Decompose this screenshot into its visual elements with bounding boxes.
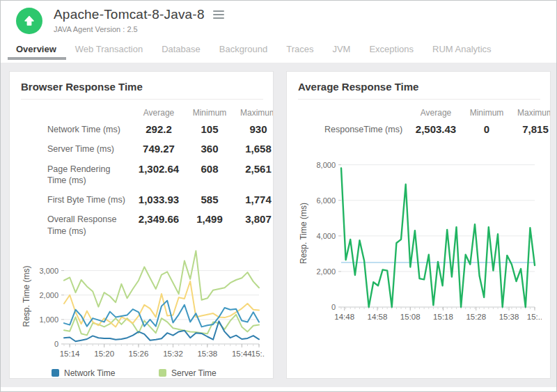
- metrics-table: AverageMinimumMaximumNetwork Time (ms)29…: [21, 105, 274, 240]
- average-response-chart: 02,0004,0006,0008,00014:4814:5815:0815:1…: [297, 152, 550, 327]
- table-header-spacer: [21, 105, 131, 119]
- tab-traces[interactable]: Traces: [286, 44, 313, 63]
- legend-swatch: [159, 369, 166, 377]
- svg-text:2,000: 2,000: [39, 290, 58, 299]
- svg-text:15:14: 15:14: [60, 350, 80, 358]
- svg-text:15:..: 15:..: [251, 350, 265, 358]
- divider: [298, 99, 540, 100]
- metric-average: 749.27: [131, 139, 187, 158]
- arrow-up-icon: [22, 14, 36, 28]
- metric-average: 2,503.43: [408, 119, 464, 139]
- metric-average: 1,302.64: [131, 159, 187, 190]
- svg-text:15:20: 15:20: [94, 350, 114, 358]
- status-up-icon: [16, 8, 42, 34]
- tab-jvm[interactable]: JVM: [332, 44, 350, 63]
- legend-label: Network Time: [64, 368, 115, 378]
- tab-rum-analytics[interactable]: RUM Analytics: [432, 44, 492, 63]
- metric-minimum: 0: [464, 119, 510, 139]
- svg-text:15:32: 15:32: [163, 350, 183, 358]
- svg-text:15:18: 15:18: [433, 313, 453, 321]
- series-server-time: [64, 315, 259, 336]
- tab-bar: OverviewWeb TransactionDatabaseBackgroun…: [1, 34, 556, 63]
- table-header-average: Average: [131, 105, 187, 119]
- metric-minimum: 608: [187, 159, 233, 190]
- svg-text:0: 0: [54, 340, 58, 348]
- metric-label: Page Rendering Time (ms): [21, 159, 131, 190]
- metric-minimum: 585: [187, 189, 233, 209]
- line-chart-canvas: 02,0004,0006,0008,00014:4814:5815:0815:1…: [297, 152, 542, 327]
- metric-label: Overall Response Time (ms): [21, 209, 131, 240]
- chart-legend: Network TimeServer TimePage Rendering Ti…: [52, 368, 273, 379]
- svg-text:15:..: 15:..: [527, 313, 542, 321]
- svg-text:14:58: 14:58: [368, 313, 388, 321]
- series-overall-response-time: [64, 251, 259, 306]
- metric-maximum: 1,774: [233, 189, 274, 209]
- tab-web-transaction[interactable]: Web Transaction: [75, 44, 143, 63]
- legend-item-network-time[interactable]: Network Time: [52, 368, 145, 378]
- legend-label: Server Time: [171, 368, 217, 378]
- svg-text:3,000: 3,000: [39, 266, 58, 274]
- metric-minimum: 1,499: [187, 209, 233, 240]
- metric-label: First Byte Time (ms): [21, 189, 131, 209]
- metric-maximum: 930: [233, 119, 274, 139]
- svg-text:15:38: 15:38: [197, 350, 217, 358]
- svg-text:4,000: 4,000: [316, 232, 336, 240]
- metric-average: 1,033.93: [131, 189, 187, 209]
- panel-title: Browser Response Time: [21, 81, 262, 93]
- svg-text:15:38: 15:38: [499, 313, 519, 321]
- metric-maximum: 3,807: [233, 209, 274, 240]
- metric-maximum: 2,561: [233, 159, 274, 190]
- line-chart-canvas: 01,0002,0003,00015:1415:2015:2615:3215:3…: [19, 243, 265, 363]
- panel-average-response-time: Average Response Time AverageMinimumMaxi…: [286, 71, 551, 379]
- dashboard-content: Browser Response Time AverageMinimumMaxi…: [1, 63, 556, 387]
- svg-text:Resp. Time (ms): Resp. Time (ms): [299, 203, 308, 264]
- panel-browser-response-time: Browser Response Time AverageMinimumMaxi…: [9, 71, 274, 379]
- browser-response-chart: 01,0002,0003,00015:1415:2015:2615:3215:3…: [19, 243, 273, 363]
- table-header-minimum: Minimum: [187, 105, 233, 119]
- monitor-header: Apache-Tomcat-8-Java-8 JAVA Agent Versio…: [1, 1, 556, 34]
- svg-text:8,000: 8,000: [316, 161, 336, 169]
- metric-label: Server Time (ms): [21, 139, 131, 158]
- app-window: Apache-Tomcat-8-Java-8 JAVA Agent Versio…: [0, 0, 557, 392]
- tab-overview[interactable]: Overview: [16, 44, 56, 63]
- svg-text:15:28: 15:28: [466, 313, 486, 321]
- metric-average: 2,349.66: [131, 209, 187, 240]
- table-header-maximum: Maximum: [233, 105, 274, 119]
- svg-text:14:48: 14:48: [334, 313, 354, 321]
- svg-text:1,000: 1,000: [39, 315, 58, 324]
- metric-minimum: 360: [187, 139, 233, 158]
- legend-item-server-time[interactable]: Server Time: [159, 368, 227, 378]
- svg-text:15:26: 15:26: [129, 350, 149, 358]
- tab-database[interactable]: Database: [162, 44, 201, 63]
- svg-text:15:08: 15:08: [400, 313, 421, 321]
- tab-background[interactable]: Background: [219, 44, 267, 63]
- table-header-spacer: [298, 105, 408, 119]
- divider: [21, 99, 263, 100]
- page-title: Apache-Tomcat-8-Java-8: [54, 7, 205, 22]
- metric-maximum: 7,815: [510, 119, 551, 139]
- table-header-average: Average: [408, 105, 464, 119]
- svg-text:15:44: 15:44: [232, 350, 252, 358]
- metric-maximum: 1,658: [233, 139, 274, 158]
- metric-label: Network Time (ms): [21, 119, 131, 139]
- series-network-time: [64, 321, 259, 341]
- svg-text:Resp. Time (ms): Resp. Time (ms): [22, 265, 31, 327]
- table-header-minimum: Minimum: [464, 105, 510, 119]
- svg-text:6,000: 6,000: [316, 196, 336, 205]
- tab-exceptions[interactable]: Exceptions: [369, 44, 414, 63]
- metric-label: ResponseTime (ms): [298, 119, 408, 139]
- svg-text:2,000: 2,000: [316, 267, 336, 276]
- metric-average: 292.2: [131, 119, 187, 139]
- series-responsetime: [341, 168, 535, 308]
- svg-text:0: 0: [331, 303, 336, 311]
- metrics-table: AverageMinimumMaximumResponseTime (ms)2,…: [298, 105, 551, 139]
- legend-swatch: [52, 369, 59, 377]
- table-header-maximum: Maximum: [510, 105, 551, 119]
- metric-minimum: 105: [187, 119, 233, 139]
- agent-version-label: JAVA Agent Version : 2.5: [54, 25, 226, 33]
- panel-title: Average Response Time: [298, 81, 539, 93]
- hamburger-icon[interactable]: [212, 8, 226, 21]
